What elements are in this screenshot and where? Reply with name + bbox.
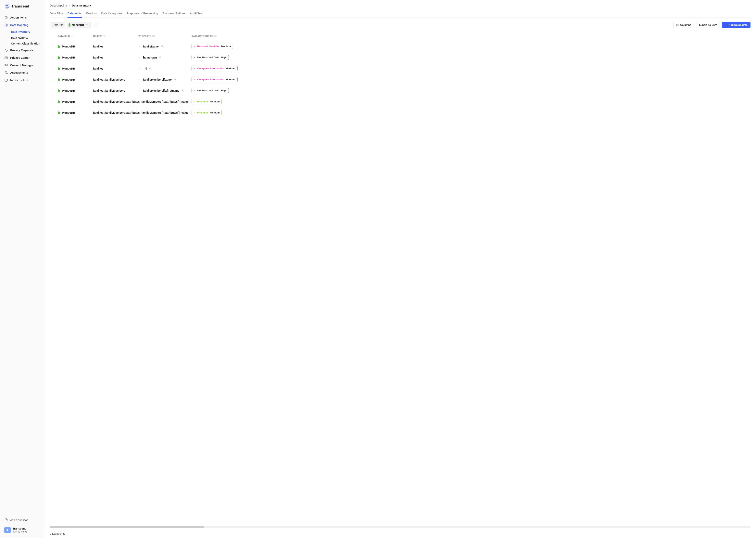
property-name: familyMembers[]::firstname [143,89,179,92]
category-tag[interactable]: ✓Not Personal DataHigh [192,88,229,93]
category-tag[interactable]: ✓Computer InformationMedium [192,66,238,71]
category-label: Computer Information [197,78,224,81]
ask-question-button[interactable]: Ask a question [4,516,41,526]
account-switcher[interactable]: T Transcend Jeffrey Yang ⌄ [4,526,41,534]
tab-vendors[interactable]: Vendors [86,10,97,18]
columns-icon [676,24,679,26]
category-tag[interactable]: ✓Personal IdentifierMedium [192,44,233,49]
select-all-checkbox[interactable] [50,35,50,37]
category-label: Not Personal Data [197,56,219,59]
category-label: Financial [197,100,208,103]
check-icon: ✓ [194,78,196,81]
info-icon[interactable]: i [104,35,106,37]
tab-audit-trail[interactable]: Audit Trail [190,10,203,18]
object-cell: families::familyMembers [93,89,138,92]
property-cell: familyMembers[]::firstname [138,89,192,92]
check-icon: ✓ [194,45,196,48]
info-icon[interactable]: i [71,35,73,37]
header: Data Mapping › Data Inventory Data Silos… [44,0,756,18]
add-filter-button[interactable]: + [94,23,98,27]
info-icon[interactable]: i [152,35,155,37]
remove-filter-icon[interactable]: ✕ [85,24,88,27]
chat-icon [4,48,8,52]
property-name: hometown [143,56,157,59]
tab-business-entities[interactable]: Business Entities [163,10,185,18]
table-row[interactable]: MongoDBfamilies::familyMembers::attribut… [50,96,750,107]
mongodb-icon [58,45,60,48]
tab-purposes[interactable]: Purposes of Processing [126,10,158,18]
add-datapoints-button[interactable]: Add Datapoints [722,22,750,28]
mongodb-icon [58,89,60,92]
tab-data-silos[interactable]: Data Silos [50,10,63,18]
mongodb-icon [58,67,60,70]
table-row[interactable]: MongoDBfamilies::familyMembersfamilyMemb… [50,74,750,85]
table-row[interactable]: MongoDBfamilies_id✓Computer InformationM… [50,63,750,74]
info-icon[interactable]: i [214,35,217,37]
zoom-icon[interactable] [159,56,162,59]
tree-icon [138,100,139,103]
export-csv-button[interactable]: Export To CSV [696,22,720,28]
object-cell: families::familyMembers::attributes [93,100,138,103]
property-cell: familyMembers[]::attributes[]::value [138,111,192,114]
sidebar: Transcend Action Items Data Mapping Data… [0,0,44,538]
nav: Action Items Data Mapping Data Inventory… [0,14,44,516]
main: Data Mapping › Data Inventory Data Silos… [44,0,756,538]
bolt-icon [4,16,8,19]
sidebar-item-privacy-center[interactable]: Privacy Center [0,54,44,62]
mongodb-icon [58,100,60,103]
silo-name: MongoDB [62,89,75,92]
zoom-icon[interactable] [174,78,176,81]
breadcrumb-root[interactable]: Data Mapping [50,4,67,7]
tree-icon [138,78,141,81]
sidebar-item-consent-manager[interactable]: Consent Manager [0,62,44,69]
table-row[interactable]: MongoDBfamilies::familyMembersfamilyMemb… [50,85,750,96]
table-row[interactable]: MongoDBfamiliesfamilyName✓Personal Ident… [50,41,750,52]
silo-cell: MongoDB [58,78,93,81]
silo-cell: MongoDB [58,100,93,103]
col-data-categories[interactable]: DATA CATEGORIESi [192,35,750,37]
object-cell: families::familyMembers [93,78,138,81]
tab-data-categories[interactable]: Data Categories [101,10,122,18]
horizontal-scrollbar[interactable] [50,526,750,528]
sidebar-item-action-items[interactable]: Action Items [0,14,44,21]
check-icon: ✓ [194,56,196,59]
scrollbar-thumb[interactable] [50,526,204,528]
silo-cell: MongoDB [58,45,93,48]
tab-datapoints[interactable]: Datapoints [68,10,82,18]
zoom-icon[interactable] [181,89,184,92]
category-cell: ✓FinancialMedium [192,110,750,115]
table-row[interactable]: MongoDBfamilies::familyMembers::attribut… [50,107,750,118]
sidebar-item-assessments[interactable]: Assessments [0,69,44,77]
category-label: Computer Information [197,67,224,70]
zoom-icon[interactable] [161,45,164,48]
tree-icon [138,89,141,92]
table-row[interactable]: MongoDBfamilieshometown✓Not Personal Dat… [50,52,750,63]
category-confidence: Medium [210,100,219,103]
sidebar-subitem-data-reports[interactable]: Data Reports [11,35,44,40]
sidebar-item-infrastructure[interactable]: Infrastructure [0,77,44,84]
sidebar-item-data-mapping[interactable]: Data Mapping [0,21,44,29]
category-tag[interactable]: ✓FinancialMedium [192,99,222,104]
svg-point-2 [7,6,8,7]
window-icon [4,56,8,60]
filter-chip-mongodb[interactable]: MongoDB ✕ [67,22,90,28]
col-data-silo[interactable]: DATA SILOi [58,35,93,37]
category-cell: ✓Not Personal DataHigh [192,55,750,60]
sidebar-subitem-data-inventory[interactable]: Data Inventory [11,29,44,35]
sidebar-item-privacy-requests[interactable]: Privacy Requests [0,46,44,54]
columns-button[interactable]: Columns [673,22,694,28]
sidebar-subitem-content-classification[interactable]: Content Classification [11,40,44,46]
account-org: Transcend [13,527,35,530]
category-tag[interactable]: ✓Computer InformationMedium [192,77,238,82]
chevron-right-icon: › [69,4,70,7]
property-name: familyMembers[]::attributes[]::value [142,111,189,114]
category-tag[interactable]: ✓Not Personal DataHigh [192,55,229,60]
col-object[interactable]: OBJECTi [93,35,138,37]
cube-icon [4,79,8,82]
zoom-icon[interactable] [149,67,152,70]
filter-field-label[interactable]: Data Silo [51,22,65,27]
category-confidence: High [221,56,227,59]
col-property[interactable]: PROPERTYi [138,35,192,37]
category-tag[interactable]: ✓FinancialMedium [192,110,222,115]
logo[interactable]: Transcend [0,4,44,14]
